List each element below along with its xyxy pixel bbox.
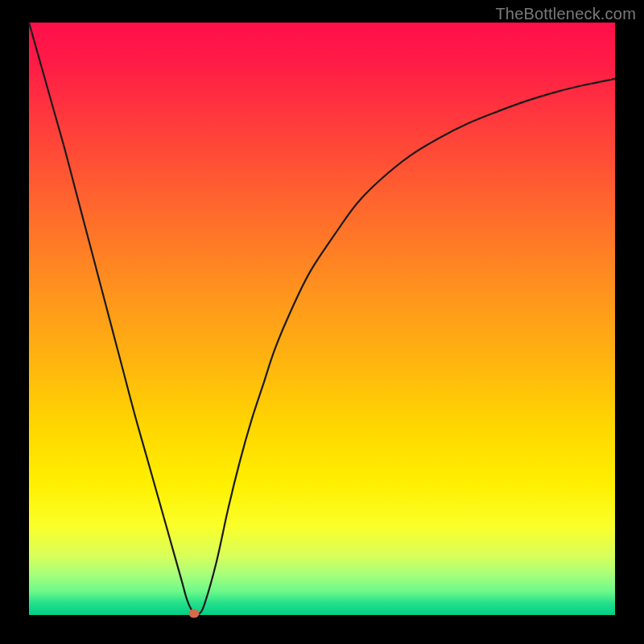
chart-frame: TheBottleneck.com <box>0 0 644 644</box>
watermark-text: TheBottleneck.com <box>495 5 636 23</box>
plot-area <box>29 23 615 615</box>
bottleneck-curve <box>29 23 615 615</box>
minimum-marker <box>189 609 200 617</box>
